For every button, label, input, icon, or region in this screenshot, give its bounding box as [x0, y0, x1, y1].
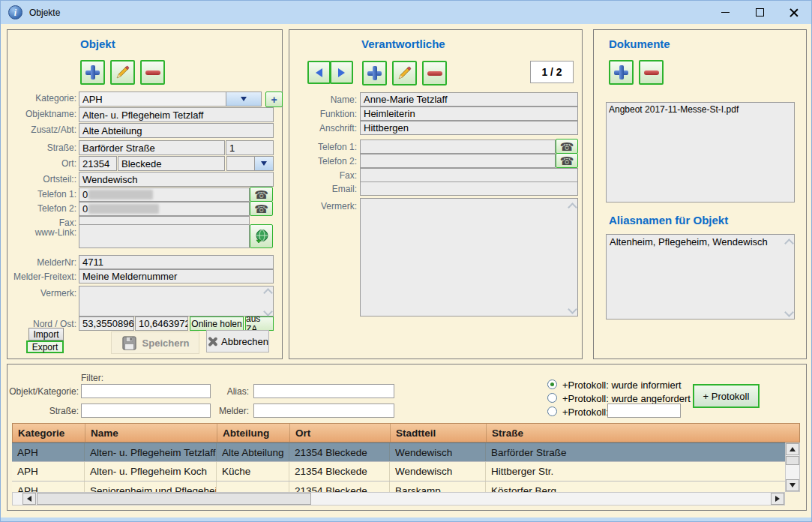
kategorie-label: Kategorie: [7, 93, 76, 104]
column-header-stadtteil[interactable]: Stadtteil [391, 424, 487, 442]
export-button[interactable]: Export [26, 340, 64, 353]
table-row[interactable]: APH Alten- u. Pflegeheim Koch Küche 2135… [12, 462, 785, 482]
nord-input[interactable]: 53,3550896 [79, 316, 134, 331]
filter-caption: Filter: [81, 373, 111, 383]
v-vermerk-label: Vermerk: [289, 201, 357, 212]
stadt-input[interactable]: Bleckede [118, 156, 225, 171]
globe-icon [254, 229, 269, 244]
ortsteil-input[interactable]: Wendewisch [79, 172, 274, 187]
horizontal-scroll-thumb[interactable] [37, 493, 311, 505]
strasse-label: Straße: [7, 142, 76, 153]
alias-filter-input[interactable] [253, 384, 394, 398]
v-fax-label: Fax: [289, 170, 357, 181]
objektname-input[interactable]: Alten- u. Pflegeheim Tetzlaff [79, 107, 274, 122]
www-input[interactable] [79, 224, 250, 248]
abbrechen-button[interactable]: Abbrechen [206, 330, 269, 352]
melder-freitext-input[interactable]: Meine Meldernummer [79, 269, 274, 284]
telefon1-input[interactable]: 0 [79, 188, 250, 202]
column-header-abteilung[interactable]: Abteilung [217, 424, 290, 442]
meldernr-input[interactable]: 4711 [79, 255, 274, 269]
protokoll-custom-input[interactable] [607, 404, 681, 418]
ost-input[interactable]: 10,6463972 [135, 316, 188, 331]
scroll-left-button[interactable] [22, 493, 36, 505]
scroll-down-button[interactable] [786, 479, 799, 491]
v-fax-input[interactable] [360, 168, 578, 182]
protokoll-custom-radio[interactable] [547, 406, 557, 416]
name-input[interactable]: Anne-Marie Tetzlaff [360, 92, 578, 106]
open-www-button[interactable] [250, 224, 273, 248]
aus-za-button[interactable]: aus ZA [245, 316, 274, 331]
protokoll-angefordert-radio[interactable] [547, 393, 557, 403]
dial-v-telefon2-button[interactable]: ☎ [556, 153, 578, 168]
protokoll-custom-label: +Protokoll: [562, 406, 609, 418]
add-objekt-button[interactable] [80, 60, 105, 85]
abbrechen-label: Abbrechen [221, 336, 268, 347]
add-dokument-button[interactable] [609, 60, 634, 85]
kategorie-select[interactable]: APH [79, 92, 262, 106]
table-row[interactable]: APH Seniorenheim und Pflegehei... 21354 … [12, 482, 785, 492]
online-holen-button[interactable]: Online holen [190, 316, 244, 331]
info-icon [8, 5, 22, 20]
melder-filter-input[interactable] [253, 404, 394, 418]
cell-abteilung: Küche [217, 462, 289, 481]
strasse-filter-label: Straße: [7, 406, 79, 416]
protokoll-informiert-label: +Protokoll: wurde informiert [562, 380, 682, 391]
prev-verantwortlicher-button[interactable] [307, 61, 331, 84]
v-telefon1-input[interactable] [360, 140, 556, 154]
fax-label: Fax: [7, 218, 76, 228]
vermerk-textarea[interactable] [79, 286, 274, 316]
scroll-right-button[interactable] [771, 493, 784, 505]
email-input[interactable] [360, 182, 578, 196]
delete-verantwortlicher-button[interactable] [422, 61, 447, 86]
dial-telefon2-button[interactable]: ☎ [250, 201, 273, 216]
maximize-button[interactable] [742, 1, 777, 24]
import-button[interactable]: Import [28, 328, 64, 340]
minimize-button[interactable] [708, 1, 742, 24]
strasse-input[interactable]: Barförder Straße [79, 140, 225, 155]
protokoll-informiert-radio[interactable] [547, 380, 557, 389]
telefon2-input[interactable]: 0 [79, 202, 250, 216]
verantwortliche-panel-title: Verantwortliche [361, 38, 445, 50]
kategorie-chevron-down-icon[interactable] [226, 92, 261, 106]
v-vermerk-textarea[interactable] [360, 198, 578, 316]
dial-v-telefon1-button[interactable]: ☎ [556, 139, 578, 154]
dokument-list-item[interactable]: Angbeot 2017-11-Messe-St-I.pdf [609, 104, 792, 115]
close-button[interactable] [777, 1, 811, 24]
scroll-up-button[interactable] [786, 443, 799, 455]
verantwortliche-panel: Verantwortliche 1 / 2 Name: Anne-Marie T… [289, 29, 583, 359]
edit-verantwortlicher-button[interactable] [392, 61, 417, 86]
cell-ort: 21354 Bleckede [289, 482, 390, 492]
ort-chevron-down-icon[interactable] [254, 157, 273, 170]
ort-select[interactable] [226, 156, 274, 171]
column-header-kategorie[interactable]: Kategorie [13, 424, 85, 442]
anschrift-input[interactable]: Hittbergen [360, 121, 578, 135]
speichern-button[interactable]: Speichern [111, 332, 199, 354]
funktion-input[interactable]: Heimleiterin [360, 106, 578, 121]
plz-input[interactable]: 21354 [79, 156, 117, 171]
objekt-panel-title: Objekt [80, 38, 115, 50]
table-row[interactable]: APH Alten- u. Pflegeheim Tetzlaff Alte A… [12, 442, 785, 462]
column-header-name[interactable]: Name [85, 424, 217, 442]
dokumente-panel: Dokumente Angbeot 2017-11-Messe-St-I.pdf… [593, 29, 807, 359]
next-verantwortlicher-button[interactable] [330, 61, 353, 84]
dial-telefon1-button[interactable]: ☎ [250, 187, 273, 202]
redacted-text [88, 204, 159, 214]
column-header-strasse[interactable]: Straße [487, 424, 799, 442]
dokumente-panel-title: Dokumente [609, 38, 670, 50]
edit-objekt-button[interactable] [110, 60, 135, 85]
objekt-panel: Objekt Kategorie: APH + Objektname: Alte… [7, 29, 283, 359]
table-horizontal-scrollbar[interactable] [12, 492, 785, 506]
add-verantwortlicher-button[interactable] [362, 61, 387, 86]
protokoll-button[interactable]: + Protokoll [693, 384, 760, 408]
delete-objekt-button[interactable] [140, 60, 165, 85]
table-vertical-scrollbar[interactable] [785, 442, 800, 492]
hausnummer-input[interactable]: 1 [226, 140, 274, 155]
column-header-ort[interactable]: Ort [290, 424, 391, 442]
zusatz-input[interactable]: Alte Abteilung [79, 123, 274, 138]
add-kategorie-button[interactable]: + [265, 92, 283, 107]
vertical-scroll-thumb[interactable] [786, 456, 799, 465]
v-telefon2-input[interactable] [360, 154, 556, 168]
aliasnamen-textarea[interactable]: Altenheim, Pflegeheim, Wendewisch [606, 234, 795, 320]
telefon2-label: Telefon 2: [7, 203, 76, 214]
delete-dokument-button[interactable] [639, 60, 664, 85]
